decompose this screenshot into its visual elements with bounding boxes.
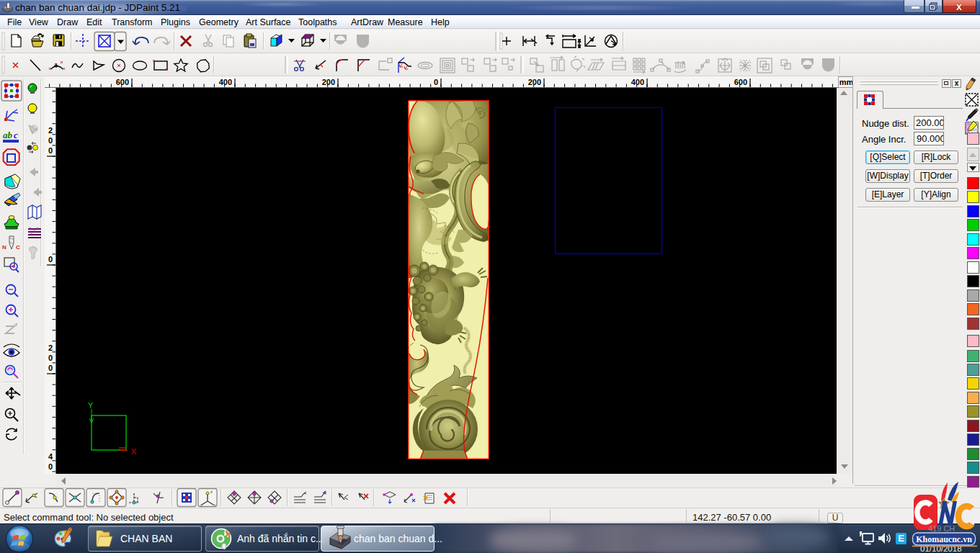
svg-text:2: 2 bbox=[48, 126, 53, 135]
svg-text:419 CH: 419 CH bbox=[928, 524, 955, 533]
svg-text:0: 0 bbox=[434, 78, 438, 86]
svg-text:0: 0 bbox=[48, 146, 53, 155]
svg-text:Y: Y bbox=[88, 401, 94, 410]
svg-text:400: 400 bbox=[219, 78, 232, 86]
svg-text:600: 600 bbox=[734, 78, 747, 86]
svg-text:2: 2 bbox=[48, 343, 53, 352]
svg-text:ab: ab bbox=[3, 130, 13, 140]
svg-text:0: 0 bbox=[48, 364, 53, 372]
svg-text:z: z bbox=[210, 490, 213, 494]
svg-text:x: x bbox=[213, 503, 215, 507]
svg-text:200: 200 bbox=[322, 78, 335, 86]
svg-text:400: 400 bbox=[631, 78, 644, 86]
svg-text:y: y bbox=[200, 503, 202, 507]
svg-text:C: C bbox=[16, 244, 20, 251]
svg-text:4: 4 bbox=[48, 452, 53, 461]
svg-text:0: 0 bbox=[48, 462, 53, 471]
svg-text:0: 0 bbox=[48, 255, 53, 264]
svg-text:0: 0 bbox=[48, 136, 53, 145]
svg-text:Khomaucnc.vn: Khomaucnc.vn bbox=[916, 534, 972, 544]
svg-text:N: N bbox=[2, 244, 6, 251]
svg-text:c: c bbox=[14, 130, 18, 140]
svg-text:200: 200 bbox=[528, 78, 541, 86]
svg-text:0: 0 bbox=[48, 354, 53, 362]
svg-text:600: 600 bbox=[116, 78, 129, 86]
svg-text:X: X bbox=[131, 447, 137, 456]
